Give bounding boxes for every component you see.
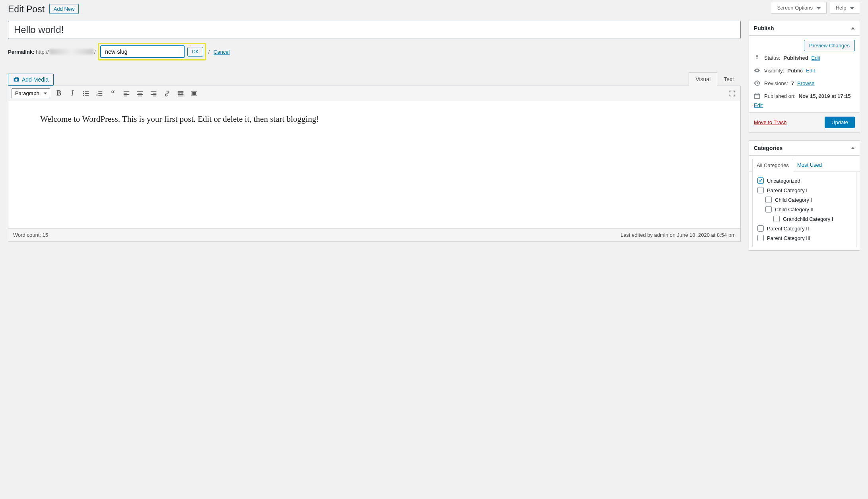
top-options-bar: Screen Options Help bbox=[771, 2, 860, 14]
edit-status-link[interactable]: Edit bbox=[812, 55, 820, 61]
link-button[interactable] bbox=[162, 89, 172, 98]
svg-rect-37 bbox=[192, 93, 193, 94]
svg-point-2 bbox=[83, 93, 84, 94]
svg-rect-13 bbox=[124, 93, 127, 94]
category-label: Child Category I bbox=[775, 197, 812, 203]
svg-rect-27 bbox=[179, 93, 180, 94]
svg-rect-7 bbox=[98, 91, 102, 92]
svg-rect-19 bbox=[138, 96, 142, 96]
link-icon bbox=[163, 90, 171, 97]
categories-box-header[interactable]: Categories bbox=[749, 141, 860, 156]
update-button[interactable]: Update bbox=[825, 117, 855, 128]
edit-visibility-link[interactable]: Edit bbox=[806, 68, 815, 74]
category-item[interactable]: Parent Category III bbox=[757, 233, 851, 243]
category-checkbox[interactable] bbox=[765, 206, 772, 212]
preview-changes-button[interactable]: Preview Changes bbox=[804, 40, 855, 51]
svg-rect-25 bbox=[178, 92, 183, 93]
tab-all-categories[interactable]: All Categories bbox=[752, 159, 793, 172]
category-label: Child Category II bbox=[775, 207, 814, 212]
permalink-label: Permalink: bbox=[8, 49, 34, 55]
fullscreen-icon bbox=[729, 90, 736, 97]
bullet-list-icon bbox=[82, 90, 90, 97]
slug-edit-highlight: OK bbox=[98, 43, 206, 60]
status-row: Status: Published Edit bbox=[754, 51, 855, 64]
align-left-icon bbox=[123, 90, 130, 97]
publish-box: Publish Preview Changes Status: Publishe… bbox=[749, 21, 860, 133]
bold-button[interactable]: B bbox=[54, 89, 64, 98]
align-center-button[interactable] bbox=[135, 89, 145, 98]
category-item[interactable]: Parent Category I bbox=[757, 185, 851, 195]
category-label: Grandchild Category I bbox=[783, 216, 833, 222]
category-checkbox[interactable] bbox=[757, 187, 764, 193]
svg-rect-31 bbox=[178, 96, 183, 96]
add-media-button[interactable]: Add Media bbox=[8, 74, 54, 86]
chevron-down-icon bbox=[817, 7, 821, 10]
tab-most-used[interactable]: Most Used bbox=[793, 159, 826, 172]
format-select[interactable]: Paragraph bbox=[12, 88, 50, 98]
post-title-input[interactable] bbox=[8, 21, 741, 39]
slug-input[interactable] bbox=[101, 46, 184, 58]
svg-rect-11 bbox=[98, 95, 102, 96]
collapse-icon bbox=[851, 27, 855, 29]
category-tabs: All Categories Most Used bbox=[749, 159, 860, 172]
category-checkbox[interactable] bbox=[765, 197, 772, 203]
screen-options-button[interactable]: Screen Options bbox=[771, 2, 826, 14]
slug-cancel-link[interactable]: Cancel bbox=[214, 49, 230, 55]
numbered-list-button[interactable]: 123 bbox=[95, 89, 104, 98]
svg-rect-21 bbox=[153, 93, 156, 94]
category-checkbox[interactable] bbox=[757, 235, 764, 241]
numbered-list-icon: 123 bbox=[96, 90, 103, 97]
last-edited: Last edited by admin on June 18, 2020 at… bbox=[621, 232, 736, 238]
svg-point-4 bbox=[83, 95, 84, 96]
align-right-button[interactable] bbox=[149, 89, 158, 98]
svg-rect-41 bbox=[193, 94, 196, 95]
italic-button[interactable]: I bbox=[68, 89, 77, 98]
calendar-icon bbox=[754, 93, 761, 99]
svg-rect-30 bbox=[178, 94, 183, 95]
editor-box: Paragraph B I 123 “ bbox=[8, 86, 741, 242]
fullscreen-button[interactable] bbox=[728, 89, 737, 98]
editor-toolbar: Paragraph B I 123 “ bbox=[8, 86, 740, 101]
category-checkbox[interactable] bbox=[773, 216, 780, 222]
editor-content[interactable]: Welcome to WordPress. This is your first… bbox=[8, 101, 740, 228]
svg-rect-16 bbox=[137, 91, 143, 92]
category-item[interactable]: Child Category II bbox=[765, 205, 851, 214]
tab-visual[interactable]: Visual bbox=[689, 72, 717, 86]
read-more-button[interactable] bbox=[176, 89, 185, 98]
svg-rect-28 bbox=[181, 93, 182, 94]
categories-box-title: Categories bbox=[754, 145, 782, 151]
publish-box-title: Publish bbox=[754, 25, 774, 31]
svg-rect-34 bbox=[193, 92, 194, 93]
svg-rect-40 bbox=[195, 93, 196, 94]
toolbar-toggle-button[interactable] bbox=[189, 89, 199, 98]
svg-rect-39 bbox=[194, 93, 195, 94]
svg-text:3: 3 bbox=[96, 94, 97, 96]
category-item[interactable]: Parent Category II bbox=[757, 224, 851, 233]
tab-text[interactable]: Text bbox=[717, 72, 741, 86]
edit-date-link[interactable]: Edit bbox=[754, 102, 763, 108]
slug-ok-button[interactable]: OK bbox=[187, 47, 203, 57]
move-to-trash-link[interactable]: Move to Trash bbox=[754, 119, 786, 125]
align-left-button[interactable] bbox=[122, 89, 131, 98]
category-item[interactable]: Child Category I bbox=[765, 195, 851, 205]
visibility-row: Visibility: Public Edit bbox=[754, 64, 855, 77]
camera-icon bbox=[13, 76, 19, 83]
add-media-label: Add Media bbox=[22, 76, 49, 83]
blockquote-button[interactable]: “ bbox=[108, 89, 118, 98]
help-button[interactable]: Help bbox=[830, 2, 860, 14]
svg-rect-36 bbox=[195, 92, 196, 93]
bullet-list-button[interactable] bbox=[81, 89, 91, 98]
permalink-domain-blurred bbox=[50, 49, 93, 55]
add-new-button[interactable]: Add New bbox=[49, 4, 79, 14]
category-checkbox[interactable] bbox=[757, 177, 764, 184]
category-item[interactable]: Grandchild Category I bbox=[773, 214, 851, 224]
eye-icon bbox=[754, 67, 761, 74]
publish-box-header[interactable]: Publish bbox=[749, 21, 860, 36]
editor-tabs: Visual Text bbox=[689, 72, 741, 86]
screen-options-label: Screen Options bbox=[777, 5, 813, 11]
browse-revisions-link[interactable]: Browse bbox=[797, 80, 814, 86]
category-checkbox[interactable] bbox=[757, 225, 764, 232]
category-item[interactable]: Uncategorized bbox=[757, 176, 851, 185]
pin-icon bbox=[754, 55, 761, 61]
editor-status-bar: Word count: 15 Last edited by admin on J… bbox=[8, 228, 740, 241]
